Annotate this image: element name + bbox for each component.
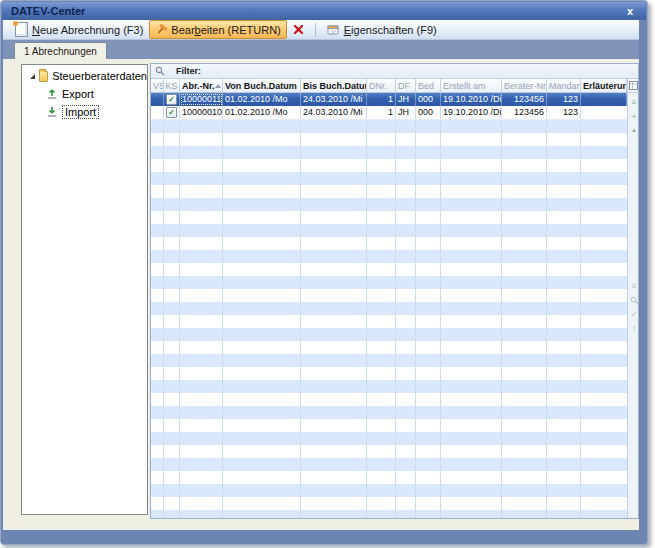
empty-cell xyxy=(164,211,180,224)
table-empty-row[interactable] xyxy=(151,263,627,276)
empty-cell xyxy=(180,406,223,419)
empty-cell xyxy=(151,367,164,380)
delete-button[interactable] xyxy=(287,20,310,39)
table-empty-row[interactable] xyxy=(151,276,627,289)
table-row[interactable]: ✓ 10000010 01.02.2010 /Mo 24.03.2010 /Mi… xyxy=(151,106,627,120)
table-empty-row[interactable] xyxy=(151,315,627,328)
header-ks[interactable]: KS xyxy=(164,79,180,92)
table-row-selected[interactable]: ✓ 10000011 01.02.2010 /Mo 24.03.2010 /Mi… xyxy=(151,93,627,106)
table-empty-row[interactable] xyxy=(151,250,627,263)
column-chooser-button[interactable] xyxy=(628,79,638,93)
table-empty-row[interactable] xyxy=(151,120,627,133)
plus-icon[interactable]: + xyxy=(628,109,639,123)
table-empty-row[interactable] xyxy=(151,458,627,471)
header-abr-nr[interactable]: Abr.-Nr. xyxy=(180,79,223,92)
table-empty-row[interactable] xyxy=(151,510,627,519)
table-empty-row[interactable] xyxy=(151,133,627,146)
table-empty-row[interactable] xyxy=(151,172,627,185)
bearbeiten-button[interactable]: Bearbeiten (RETURN) xyxy=(149,20,286,39)
header-bis-buch-datum[interactable]: Bis Buch.Datum xyxy=(301,79,367,92)
checkbox-checked-icon[interactable]: ✓ xyxy=(166,107,177,118)
empty-cell xyxy=(396,380,416,393)
checkbox-checked-icon[interactable]: ✓ xyxy=(166,94,177,105)
header-von-buch-datum[interactable]: Von Buch.Datum xyxy=(223,79,301,92)
new-abrechnung-button[interactable]: Neue Abrechnung (F3) xyxy=(9,20,149,39)
empty-cell xyxy=(502,315,547,328)
table-empty-row[interactable] xyxy=(151,380,627,393)
empty-cell xyxy=(164,367,180,380)
table-empty-row[interactable] xyxy=(151,497,627,510)
empty-cell xyxy=(416,497,441,510)
table-empty-row[interactable] xyxy=(151,289,627,302)
eigenschaften-button[interactable]: Eigenschaften (F9) xyxy=(321,20,443,39)
cell-ks[interactable]: ✓ xyxy=(164,106,180,119)
list-icon[interactable]: ≡ xyxy=(628,279,639,293)
empty-cell xyxy=(367,497,396,510)
tree-node-export[interactable]: Export xyxy=(46,87,147,101)
empty-cell xyxy=(301,458,367,471)
empty-cell xyxy=(441,510,502,519)
close-button[interactable]: x xyxy=(623,5,637,17)
check-icon[interactable]: ✓ xyxy=(628,307,639,321)
empty-cell xyxy=(151,510,164,519)
header-erlaeuterung[interactable]: Erläuterung xyxy=(581,79,627,92)
table-empty-row[interactable] xyxy=(151,471,627,484)
tab-abrechnungen[interactable]: 1 Abrechnungen xyxy=(14,42,107,59)
empty-cell xyxy=(547,419,581,432)
empty-cell xyxy=(547,380,581,393)
empty-cell xyxy=(367,406,396,419)
table-empty-row[interactable] xyxy=(151,341,627,354)
table-empty-row[interactable] xyxy=(151,185,627,198)
table-empty-row[interactable] xyxy=(151,237,627,250)
table-empty-row[interactable] xyxy=(151,406,627,419)
empty-cell xyxy=(223,393,301,406)
header-berater-nr[interactable]: Berater-Nr. xyxy=(502,79,547,92)
tree-node-steuerberaterdaten[interactable]: Steuerberaterdaten xyxy=(22,69,147,83)
empty-cell xyxy=(367,510,396,519)
table-empty-row[interactable] xyxy=(151,302,627,315)
empty-cell xyxy=(151,159,164,172)
empty-cell xyxy=(502,484,547,497)
empty-cell xyxy=(416,250,441,263)
filter-row[interactable]: Filter: xyxy=(151,64,638,79)
empty-cell xyxy=(502,211,547,224)
table-empty-row[interactable] xyxy=(151,224,627,237)
table-empty-row[interactable] xyxy=(151,198,627,211)
empty-cell xyxy=(441,159,502,172)
table-empty-row[interactable] xyxy=(151,211,627,224)
table-empty-row[interactable] xyxy=(151,159,627,172)
empty-cell xyxy=(416,146,441,159)
empty-cell xyxy=(396,315,416,328)
table-empty-row[interactable] xyxy=(151,328,627,341)
expand-triangle-icon[interactable] xyxy=(30,74,35,79)
table-empty-row[interactable] xyxy=(151,419,627,432)
header-dnr[interactable]: DNr. xyxy=(367,79,396,92)
table-empty-row[interactable] xyxy=(151,432,627,445)
header-df[interactable]: DF xyxy=(396,79,416,92)
triangle-up-icon[interactable]: ▲ xyxy=(628,123,639,137)
table-empty-row[interactable] xyxy=(151,445,627,458)
header-mandant[interactable]: Mandan xyxy=(547,79,581,92)
empty-cell xyxy=(301,367,367,380)
empty-cell xyxy=(180,159,223,172)
header-bed[interactable]: Bed xyxy=(416,79,441,92)
table-empty-row[interactable] xyxy=(151,393,627,406)
table-empty-rows xyxy=(151,120,627,519)
table-empty-row[interactable] xyxy=(151,367,627,380)
list-add-icon[interactable]: ≡ xyxy=(628,95,639,109)
cell-ks[interactable]: ✓ xyxy=(164,93,180,106)
table-empty-row[interactable] xyxy=(151,354,627,367)
table-empty-row[interactable] xyxy=(151,484,627,497)
cell-erstellt-am: 19.10.2010 /Di xyxy=(441,106,502,119)
empty-cell xyxy=(164,406,180,419)
header-erstellt-am[interactable]: Erstellt am xyxy=(441,79,502,92)
empty-cell xyxy=(223,380,301,393)
updown-arrows-icon[interactable]: ↕ xyxy=(628,321,639,335)
empty-cell xyxy=(581,185,627,198)
header-vs[interactable]: VS xyxy=(151,79,164,92)
empty-cell xyxy=(223,367,301,380)
table-empty-row[interactable] xyxy=(151,146,627,159)
search-icon[interactable] xyxy=(628,293,639,307)
tree-node-import[interactable]: Import xyxy=(46,105,147,119)
empty-cell xyxy=(396,276,416,289)
